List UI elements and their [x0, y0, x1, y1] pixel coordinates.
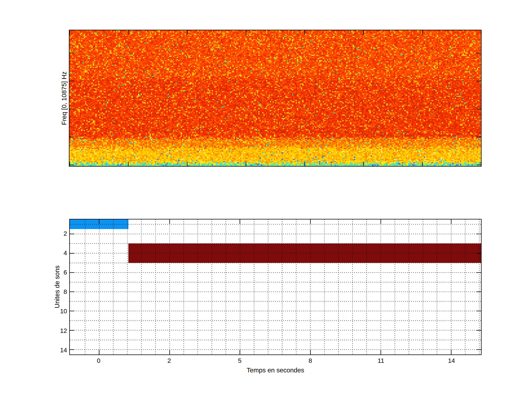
vertical-gridline [395, 219, 395, 355]
figure-canvas: { "figure": { "background": "#ffffff" },… [0, 0, 532, 399]
horizontal-gridline [70, 272, 481, 273]
horizontal-gridline [70, 234, 481, 234]
spectrogram-x-tick [304, 30, 305, 35]
spectrogram-x-tick [246, 162, 246, 166]
vertical-gridline [85, 219, 85, 355]
horizontal-gridline [70, 320, 481, 321]
vertical-gridline [409, 219, 409, 355]
y-major-tick [477, 349, 481, 350]
x-major-tick [310, 219, 311, 224]
vertical-gridline [226, 219, 226, 355]
spectrogram-x-tick [481, 30, 481, 35]
horizontal-gridline [70, 224, 481, 225]
horizontal-gridline [70, 253, 481, 253]
vertical-gridline [99, 219, 100, 355]
time-x-axis-label: Temps en secondes [202, 367, 349, 374]
spectrogram-y-tick [70, 137, 74, 137]
x-major-tick [169, 219, 170, 224]
spectrogram-y-tick [70, 165, 74, 165]
vertical-gridline [366, 219, 367, 355]
x-major-tick [451, 350, 451, 355]
vertical-gridline [155, 219, 156, 355]
spectrogram-x-tick [69, 162, 70, 166]
spectrogram-y-tick [477, 165, 481, 165]
vertical-gridline [197, 219, 198, 355]
spectrogram-x-tick [246, 30, 246, 35]
y-major-tick [70, 311, 74, 311]
vertical-gridline [437, 219, 437, 355]
x-major-tick [240, 219, 240, 224]
x-tick-label-0: 0 [86, 357, 112, 364]
y-tick-label-6: 6 [39, 269, 67, 276]
spectrogram-x-tick [481, 162, 481, 166]
y-major-tick [70, 253, 74, 254]
spectrogram-image [70, 30, 481, 166]
spectrogram-y-tick [70, 53, 74, 53]
vertical-gridline [113, 219, 114, 355]
vertical-gridline [451, 219, 451, 355]
spectrogram-x-tick [422, 30, 423, 35]
y-major-tick [70, 349, 74, 350]
spectrogram-y-tick [70, 81, 74, 81]
y-tick-label-8: 8 [39, 288, 67, 295]
spectrogram-y-tick [477, 53, 481, 53]
x-tick-label-8: 8 [298, 357, 323, 364]
vertical-gridline [479, 219, 480, 355]
vertical-gridline [127, 219, 128, 355]
y-major-tick [477, 253, 481, 254]
spectrogram-x-tick [363, 30, 364, 35]
x-major-tick [380, 350, 381, 355]
vertical-gridline [338, 219, 339, 355]
vertical-gridline [282, 219, 282, 355]
y-major-tick [477, 330, 481, 331]
horizontal-gridline [70, 291, 481, 292]
spectrogram-y-tick [477, 137, 481, 137]
y-major-tick [477, 272, 481, 273]
spectrogram-x-tick [69, 30, 70, 35]
y-tick-label-14: 14 [39, 346, 67, 354]
spectrogram-x-tick [187, 162, 188, 166]
spectrogram-y-tick [477, 109, 481, 109]
vertical-gridline [184, 219, 184, 355]
vertical-gridline [296, 219, 297, 355]
x-tick-label-5: 5 [227, 357, 253, 364]
vertical-gridline [141, 219, 142, 355]
horizontal-gridline [70, 263, 481, 263]
x-tick-label-2: 2 [156, 357, 182, 364]
vertical-gridline [240, 219, 240, 355]
spectrogram-y-tick [70, 109, 74, 109]
x-major-tick [169, 350, 170, 355]
y-major-tick [70, 234, 74, 234]
vertical-gridline [324, 219, 325, 355]
horizontal-gridline [70, 282, 481, 282]
spectrogram-x-tick [128, 162, 129, 166]
vertical-gridline [352, 219, 353, 355]
spectrogram-plot [69, 30, 481, 167]
spectrogram-x-tick [187, 30, 188, 35]
x-major-tick [380, 219, 381, 224]
y-major-tick [70, 291, 74, 292]
spectrogram-y-axis-label: Freq [0, 10875] Hz [60, 52, 68, 145]
spectrogram-x-tick [422, 162, 423, 166]
vertical-gridline [380, 219, 381, 355]
horizontal-gridline [70, 311, 481, 311]
sound-units-plot-area [70, 219, 481, 355]
horizontal-gridline [70, 330, 481, 330]
vertical-gridline [423, 219, 423, 355]
x-tick-label-11: 11 [368, 357, 394, 364]
y-tick-label-4: 4 [39, 249, 67, 257]
spectrogram-x-tick [363, 162, 364, 166]
vertical-gridline [310, 219, 311, 355]
spectrogram-y-tick [477, 81, 481, 81]
x-tick-label-14: 14 [438, 357, 464, 364]
y-tick-label-10: 10 [39, 307, 67, 315]
spectrogram-x-tick [304, 162, 305, 166]
sound-units-plot [69, 219, 481, 355]
x-major-tick [310, 350, 311, 355]
vertical-gridline [211, 219, 212, 355]
x-major-tick [451, 219, 451, 224]
x-major-tick [99, 219, 99, 224]
y-major-tick [70, 272, 74, 273]
y-major-tick [70, 330, 74, 331]
spectrogram-x-tick [128, 30, 129, 35]
